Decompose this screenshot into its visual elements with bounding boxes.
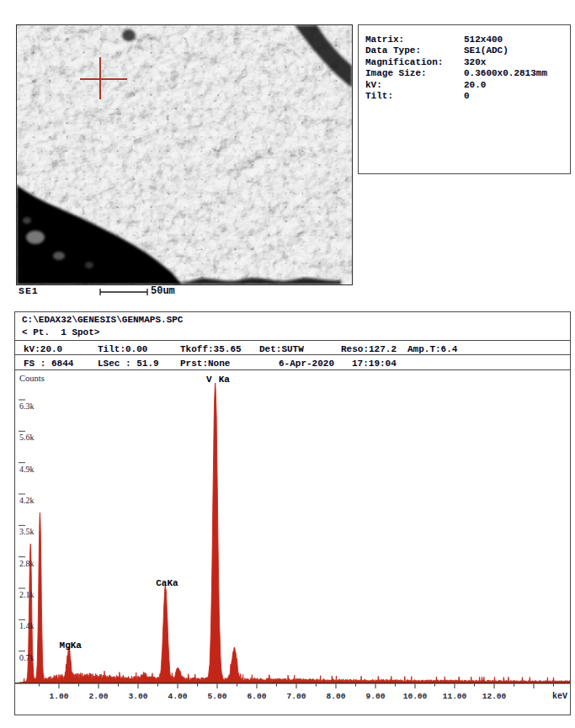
x-tick-label: 12.00 xyxy=(482,692,507,701)
acquisition-params-row: kV:20.0Tilt:0.00Tkoff:35.65Det:SUTWReso:… xyxy=(15,340,570,354)
info-row: Matrix:512x400 xyxy=(365,35,567,45)
eds-spectrum-chart: 1.002.003.004.005.006.007.008.009.0010.0… xyxy=(15,369,570,716)
acquisition-param: Reso:127.2 xyxy=(341,344,397,354)
info-row: Tilt:0 xyxy=(365,91,567,102)
y-tick-label: 4.9k xyxy=(19,465,35,474)
x-tick-label: 8.00 xyxy=(327,692,346,701)
x-tick-label: 10.00 xyxy=(403,692,428,701)
sem-debris-blob xyxy=(23,217,31,224)
peak-label: CaKa xyxy=(156,578,178,588)
y-tick-label: 1.4k xyxy=(19,621,35,630)
spectrum-point-label: < Pt. 1 Spot> xyxy=(22,327,561,337)
x-tick-label: 7.00 xyxy=(287,692,306,701)
acquisition-param: Det:SUTW xyxy=(259,344,304,354)
y-axis-title: Counts xyxy=(19,374,45,383)
y-tick-label: 0.7k xyxy=(19,653,35,662)
info-value: 20.0 xyxy=(464,80,486,90)
x-tick-label: 11.00 xyxy=(443,692,467,701)
peak-label: V xyxy=(206,375,212,385)
info-value: 512x400 xyxy=(464,35,503,45)
sem-dark-spot xyxy=(122,29,136,41)
image-info-panel: Matrix:512x400Data Type:SE1(ADC)Magnific… xyxy=(358,24,571,174)
spectrum-panel: C:\EDAX32\GENESIS\GENMAPS.SPC < Pt. 1 Sp… xyxy=(14,311,571,715)
spectrum-trace xyxy=(19,383,570,683)
info-row: Data Type:SE1(ADC) xyxy=(365,45,567,56)
y-tick-label: 2.8k xyxy=(19,559,35,568)
info-value: 0 xyxy=(464,91,470,101)
info-row: Magnification:320x xyxy=(365,57,567,68)
sem-micrograph xyxy=(17,25,352,284)
edax-genesis-report: SE1 50um Matrix:512x400Data Type:SE1(ADC… xyxy=(0,0,575,728)
info-value: 320x xyxy=(464,57,486,67)
y-tick-label: 2.1k xyxy=(19,590,35,599)
info-value: 0.3600x0.2813mm xyxy=(464,68,547,78)
image-info-rows: Matrix:512x400Data Type:SE1(ADC)Magnific… xyxy=(365,35,567,102)
info-label: Data Type: xyxy=(365,45,421,56)
sem-caption-row: SE1 50um xyxy=(19,285,355,299)
sem-debris-blob xyxy=(53,252,65,260)
x-tick-label: 2.00 xyxy=(89,692,109,701)
y-tick-label: 4.2k xyxy=(19,496,35,505)
peak-label: Ka xyxy=(219,375,231,385)
x-tick-label: 9.00 xyxy=(366,692,386,701)
status-item: LSec : 51.9 xyxy=(98,359,159,369)
spectrum-file-path: C:\EDAX32\GENESIS\GENMAPS.SPC xyxy=(22,315,561,325)
detector-label: SE1 xyxy=(19,285,39,296)
status-item: 17:19:04 xyxy=(352,359,397,369)
info-row: Image Size:0.3600x0.2813mm xyxy=(365,68,567,79)
scale-bar-label: 50um xyxy=(151,285,175,297)
x-tick-label: 4.00 xyxy=(168,692,188,701)
acquisition-param: Amp.T:6.4 xyxy=(407,344,457,354)
acquisition-param: Tkoff:35.65 xyxy=(180,344,242,354)
acquisition-param: kV:20.0 xyxy=(24,344,62,354)
info-row: kV:20.0 xyxy=(365,80,567,91)
acquisition-param: Tilt:0.00 xyxy=(98,344,147,354)
info-label: Tilt: xyxy=(365,91,393,101)
status-item: FS : 6844 xyxy=(24,359,73,369)
sem-texture-svg xyxy=(17,25,352,284)
status-row: FS : 6844LSec : 51.9Prst:None6-Apr-20201… xyxy=(15,354,570,369)
info-label: Image Size: xyxy=(365,68,427,78)
y-tick-label: 3.5k xyxy=(19,527,35,536)
sem-debris-blob xyxy=(85,262,93,268)
status-item: 6-Apr-2020 xyxy=(279,359,334,369)
x-tick-label: 5.00 xyxy=(208,692,227,701)
y-tick-label: 5.6k xyxy=(19,433,35,442)
info-value: SE1(ADC) xyxy=(464,45,508,56)
status-item: Prst:None xyxy=(180,359,230,369)
info-label: Magnification: xyxy=(365,57,443,67)
sem-debris-blob xyxy=(26,231,45,244)
scale-bar-icon xyxy=(99,286,150,297)
peak-label: MgKa xyxy=(60,640,83,651)
x-tick-label: 6.00 xyxy=(248,692,267,701)
info-label: kV: xyxy=(365,80,382,90)
x-tick-label: 3.00 xyxy=(129,692,148,701)
x-axis-unit-label: keV xyxy=(552,692,567,701)
y-tick-label: 6.3k xyxy=(19,401,35,411)
info-label: Matrix: xyxy=(365,35,404,45)
x-tick-label: 1.00 xyxy=(50,692,69,701)
